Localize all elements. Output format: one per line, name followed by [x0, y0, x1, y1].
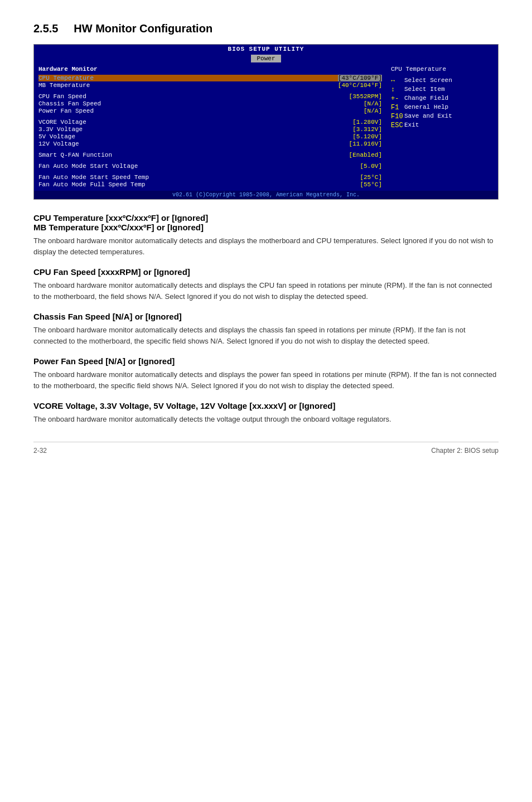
- bios-key-description: Select Item: [404, 86, 445, 93]
- document-content: CPU Temperature [xxxºC/xxxºF] or [Ignore…: [33, 213, 499, 425]
- bios-key-description: Select Screen: [404, 77, 452, 84]
- section-title: 2.5.5 HW Monitor Configuration: [33, 22, 499, 35]
- bios-table-row: CPU Temperature[43°C/109°F]: [38, 75, 382, 81]
- bios-table-row: Fan Auto Mode Start Speed Temp[25°C]: [38, 174, 382, 181]
- bios-table-row: MB Temperature[40°C/104°F]: [38, 82, 382, 89]
- bios-rows: CPU Temperature[43°C/109°F]MB Temperatur…: [38, 75, 382, 188]
- bios-key-symbol: ↕: [391, 86, 404, 94]
- doc-section-chassis-fan-speed: Chassis Fan Speed [N/A] or [Ignored]The …: [33, 312, 499, 346]
- bios-row-label: 3.3V Voltage: [38, 126, 83, 133]
- doc-heading-cpu-mb-temp: CPU Temperature [xxxºC/xxxºF] or [Ignore…: [33, 213, 499, 232]
- bios-table-row: Chassis Fan Speed[N/A]: [38, 100, 382, 107]
- bios-title: BIOS SETUP UTILITY: [228, 46, 304, 52]
- bios-row-value: [N/A]: [364, 100, 382, 107]
- bios-row-spacer: [38, 159, 382, 162]
- page-footer: 2-32 Chapter 2: BIOS setup: [33, 442, 499, 455]
- bios-table-row: CPU Fan Speed[3552RPM]: [38, 93, 382, 100]
- bios-screenshot: BIOS SETUP UTILITY Power Hardware Monito…: [33, 44, 499, 200]
- bios-key-symbol: F10: [391, 113, 404, 120]
- bios-tab-bar: Power: [34, 54, 498, 64]
- doc-section-voltages: VCORE Voltage, 3.3V Voltage, 5V Voltage,…: [33, 401, 499, 425]
- bios-key-description: General Help: [404, 104, 448, 110]
- bios-key-symbol: ↔: [391, 77, 404, 85]
- doc-paragraph: The onboard hardware monitor automatical…: [33, 369, 499, 391]
- bios-right-description: CPU Temperature: [391, 66, 494, 73]
- bios-top-bar: BIOS SETUP UTILITY: [34, 45, 498, 54]
- bios-keys: ↔Select Screen↕Select Item+-Change Field…: [391, 77, 494, 129]
- bios-row-label: Fan Auto Mode Start Speed Temp: [38, 174, 149, 181]
- bios-row-label: VCORE Voltage: [38, 119, 86, 125]
- bios-row-spacer: [38, 89, 382, 93]
- bios-row-label: CPU Temperature: [38, 75, 94, 81]
- bios-table-row: Fan Auto Mode Full Speed Temp[55°C]: [38, 181, 382, 188]
- doc-heading-voltages: VCORE Voltage, 3.3V Voltage, 5V Voltage,…: [33, 401, 499, 410]
- doc-paragraph: The onboard hardware monitor automatical…: [33, 235, 499, 257]
- bios-row-value: [5.120V]: [352, 133, 382, 140]
- bios-key-row: ↔Select Screen: [391, 77, 494, 85]
- section-heading-text: HW Monitor Configuration: [74, 22, 212, 35]
- bios-row-value: [40°C/104°F]: [338, 82, 382, 89]
- bios-row-value: [N/A]: [364, 108, 382, 114]
- bios-table-row: 5V Voltage[5.120V]: [38, 133, 382, 140]
- bios-key-description: Save and Exit: [404, 113, 452, 119]
- bios-left-header: Hardware Monitor: [38, 66, 382, 73]
- doc-paragraph: The onboard hardware monitor automatical…: [33, 280, 499, 302]
- doc-paragraph: The onboard hardware monitor automatical…: [33, 325, 499, 346]
- bios-row-label: MB Temperature: [38, 82, 90, 89]
- bios-row-label: Power Fan Speed: [38, 108, 94, 114]
- bios-row-label: Fan Auto Mode Full Speed Temp: [38, 181, 145, 188]
- bios-key-symbol: F1: [391, 104, 404, 112]
- bios-table-row: Fan Auto Mode Start Voltage[5.0V]: [38, 163, 382, 170]
- bios-tab-label: Power: [257, 55, 275, 62]
- bios-row-label: Smart Q-FAN Function: [38, 152, 112, 158]
- doc-section-cpu-fan-speed: CPU Fan Speed [xxxxRPM] or [Ignored]The …: [33, 267, 499, 302]
- bios-table-row: Smart Q-FAN Function[Enabled]: [38, 152, 382, 158]
- bios-right-panel: CPU Temperature ↔Select Screen↕Select It…: [386, 64, 498, 191]
- bios-key-row: +-Change Field: [391, 95, 494, 103]
- bios-key-symbol: +-: [391, 95, 404, 103]
- bios-header-label: Hardware Monitor: [38, 66, 98, 73]
- bios-row-label: Fan Auto Mode Start Voltage: [38, 163, 138, 170]
- bios-right-desc-text: CPU Temperature: [391, 66, 446, 73]
- bios-key-row: F1General Help: [391, 104, 494, 112]
- bios-row-label: 12V Voltage: [38, 141, 79, 147]
- bios-main-content: Hardware Monitor CPU Temperature[43°C/10…: [34, 64, 498, 191]
- bios-row-value: [3.312V]: [352, 126, 382, 133]
- bios-table-row: 12V Voltage[11.916V]: [38, 141, 382, 147]
- doc-heading-power-fan-speed: Power Fan Speed [N/A] or [Ignored]: [33, 356, 499, 366]
- bios-footer-text: v02.61 (C)Copyright 1985-2008, American …: [172, 192, 360, 198]
- bios-key-symbol: ESC: [391, 122, 404, 129]
- bios-table-row: Power Fan Speed[N/A]: [38, 108, 382, 114]
- bios-row-value: [5.0V]: [360, 163, 382, 170]
- bios-tab-power[interactable]: Power: [251, 55, 280, 62]
- bios-key-description: Exit: [404, 122, 419, 128]
- doc-heading-chassis-fan-speed: Chassis Fan Speed [N/A] or [Ignored]: [33, 312, 499, 321]
- bios-row-label: 5V Voltage: [38, 133, 75, 140]
- bios-row-spacer: [38, 170, 382, 173]
- bios-table-row: VCORE Voltage[1.280V]: [38, 119, 382, 125]
- bios-row-label: CPU Fan Speed: [38, 93, 86, 100]
- doc-paragraph: The onboard hardware monitor automatical…: [33, 414, 499, 425]
- bios-row-value: [11.916V]: [349, 141, 382, 147]
- footer-page-number: 2-32: [33, 447, 47, 455]
- bios-left-panel: Hardware Monitor CPU Temperature[43°C/10…: [34, 64, 386, 191]
- bios-row-value: [43°C/109°F]: [338, 75, 382, 81]
- bios-key-row: F10Save and Exit: [391, 113, 494, 120]
- bios-row-value: [3552RPM]: [349, 93, 382, 100]
- bios-row-value: [1.280V]: [352, 119, 382, 125]
- bios-key-description: Change Field: [404, 95, 448, 102]
- bios-key-row: ↕Select Item: [391, 86, 494, 94]
- doc-heading-cpu-fan-speed: CPU Fan Speed [xxxxRPM] or [Ignored]: [33, 267, 499, 277]
- bios-footer: v02.61 (C)Copyright 1985-2008, American …: [34, 191, 498, 199]
- section-number: 2.5.5: [33, 22, 58, 35]
- bios-row-spacer: [38, 115, 382, 118]
- bios-row-value: [55°C]: [360, 181, 382, 188]
- bios-table-row: 3.3V Voltage[3.312V]: [38, 126, 382, 133]
- footer-chapter: Chapter 2: BIOS setup: [431, 447, 499, 455]
- bios-row-label: Chassis Fan Speed: [38, 100, 101, 107]
- bios-row-value: [25°C]: [360, 174, 382, 181]
- doc-section-cpu-mb-temp: CPU Temperature [xxxºC/xxxºF] or [Ignore…: [33, 213, 499, 257]
- bios-key-row: ESCExit: [391, 122, 494, 129]
- bios-row-spacer: [38, 148, 382, 151]
- bios-row-value: [Enabled]: [349, 152, 382, 158]
